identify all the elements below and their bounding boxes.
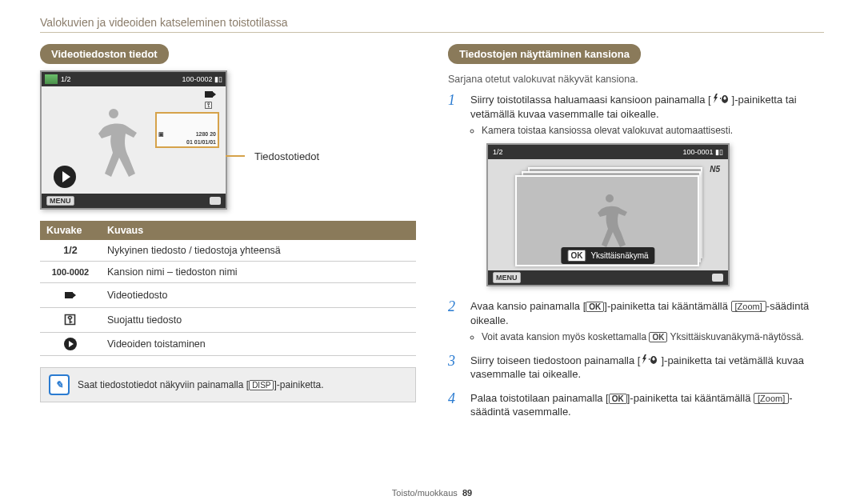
video-screen: 1/2 100-0002 ▮▯ ⚿ xyxy=(40,70,227,210)
section-title-right: Tiedostojen näyttäminen kansiona xyxy=(448,44,641,64)
flash-macro-icon xyxy=(711,94,732,103)
mode-icon xyxy=(712,274,723,282)
step-number: 2 xyxy=(448,299,462,343)
file-info-overlay: ▣1280 20 01 01/01/01 xyxy=(155,112,219,148)
page-number: 89 xyxy=(462,488,472,498)
intro-line: Sarjana otetut valokuvat näkyvät kansion… xyxy=(448,74,824,85)
zoom-chip: [Zoom] xyxy=(754,393,789,404)
table-row: Suojattu tiedosto xyxy=(40,308,416,333)
step-number: 4 xyxy=(448,391,462,419)
battery-icon: ▮▯ xyxy=(214,75,222,83)
folder-topbar: 1/2 100-0001 ▮▯ xyxy=(488,145,728,159)
table-row: 1/2Nykyinen tiedosto / tiedostoja yhteen… xyxy=(40,240,416,262)
info-icon: ✎ xyxy=(49,374,70,395)
tip-box: ✎ Saat tiedostotiedot näkyviin painamall… xyxy=(40,367,416,402)
step-bullet: Voit avata kansion myös koskettamalla OK… xyxy=(482,330,824,343)
folder-bottombar: MENU xyxy=(488,270,728,285)
key-icon xyxy=(63,313,78,327)
menu-label: MENU xyxy=(46,196,74,206)
folder-preview: 1/2 100-0001 ▮▯ N5 xyxy=(486,143,730,286)
flash-macro-icon xyxy=(640,354,661,364)
file-counter: 1/2 xyxy=(61,75,71,83)
menu-label: MENU xyxy=(493,272,521,283)
icon-cell: 100-0002 xyxy=(40,262,101,283)
icon-cell xyxy=(40,283,101,308)
ok-chip: OK xyxy=(649,332,667,342)
desc-cell: Suojattu tiedosto xyxy=(101,308,416,333)
ok-pill: OK Yksittäisnäkymä xyxy=(561,247,654,265)
icon-cell xyxy=(40,308,101,333)
step-number: 3 xyxy=(448,354,462,382)
icon-cell xyxy=(40,333,101,356)
steps-list: 1 Siirry toistotilassa haluamaasi kansio… xyxy=(448,93,824,419)
battery-icon: ▮▯ xyxy=(715,148,723,156)
table-head-desc: Kuvaus xyxy=(101,221,416,240)
table-row: Videoiden toistaminen xyxy=(40,333,416,356)
zoom-chip: [Zoom] xyxy=(731,301,766,312)
callout-label: Tiedostotiedot xyxy=(254,150,319,162)
ok-chip: OK xyxy=(586,302,604,312)
chapter-title: Valokuvien ja videoiden katseleminen toi… xyxy=(40,16,824,29)
icon-legend-table: Kuvake Kuvaus 1/2Nykyinen tiedosto / tie… xyxy=(40,221,416,356)
play-icon xyxy=(64,338,77,350)
table-row: Videotiedosto xyxy=(40,283,416,308)
step-item: 3 Siirry toiseen tiedostoon painamalla [… xyxy=(448,354,824,382)
camcorder-icon xyxy=(205,91,216,98)
step-number: 1 xyxy=(448,93,462,290)
footer-section: Toisto/muokkaus xyxy=(392,488,458,498)
tip-text: Saat tiedostotiedot näkyviin painamalla … xyxy=(78,379,324,390)
key-icon: ⚿ xyxy=(205,101,216,110)
step-item: 2 Avaa kansio painamalla [OK]-painiketta… xyxy=(448,299,824,343)
callout-line xyxy=(226,155,245,157)
section-title-left: Videotiedoston tiedot xyxy=(40,44,169,64)
ok-chip: OK xyxy=(567,250,586,262)
mode-icon xyxy=(210,197,221,205)
ok-chip: OK xyxy=(609,394,627,404)
dancer-silhouette xyxy=(86,104,142,184)
divider xyxy=(40,32,824,33)
thumbnail-icon xyxy=(45,74,58,84)
file-counter: 1/2 xyxy=(493,147,503,157)
table-head-icon: Kuvake xyxy=(40,221,101,240)
step-item: 1 Siirry toistotilassa haluamaasi kansio… xyxy=(448,93,824,290)
play-icon xyxy=(54,166,76,188)
step-item: 4 Palaa toistotilaan painamalla [OK]-pai… xyxy=(448,391,824,419)
count-badge: N5 xyxy=(710,164,720,175)
camcorder-icon xyxy=(63,288,78,302)
video-preview: 1/2 100-0002 ▮▯ ⚿ xyxy=(40,70,416,210)
desc-cell: Videotiedosto xyxy=(101,283,416,308)
ok-pill-label: Yksittäisnäkymä xyxy=(590,250,648,262)
icon-cell: 1/2 xyxy=(40,240,101,262)
desc-cell: Nykyinen tiedosto / tiedostoja yhteensä xyxy=(101,240,416,262)
table-row: 100-0002Kansion nimi – tiedoston nimi xyxy=(40,262,416,283)
file-number: 100-0001 xyxy=(682,148,713,156)
disp-chip: DISP xyxy=(249,380,274,390)
desc-cell: Kansion nimi – tiedoston nimi xyxy=(101,262,416,283)
video-bottombar: MENU xyxy=(42,194,226,208)
step-bullet: Kamera toistaa kansiossa olevat valokuva… xyxy=(482,124,824,137)
page-footer: Toisto/muokkaus 89 xyxy=(0,488,864,498)
desc-cell: Videoiden toistaminen xyxy=(101,333,416,356)
file-number: 100-0002 xyxy=(182,75,212,83)
video-topbar: 1/2 100-0002 ▮▯ xyxy=(42,72,226,86)
